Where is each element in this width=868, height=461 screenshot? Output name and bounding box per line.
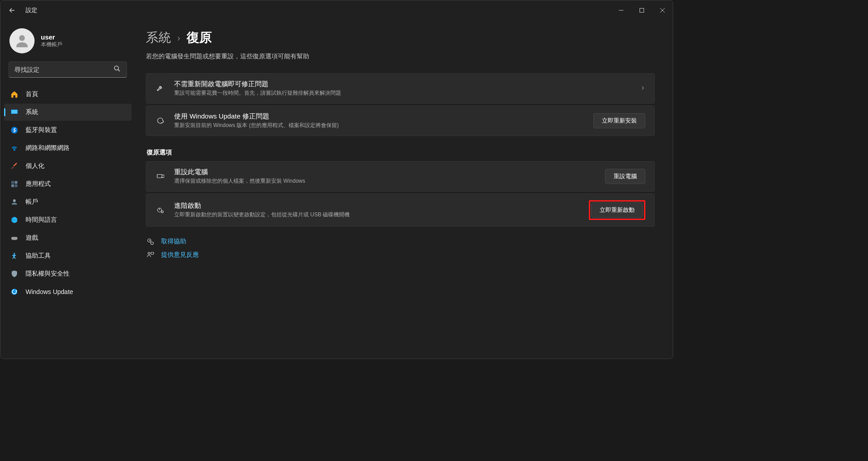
chevron-right-icon <box>640 85 645 92</box>
highlight-box: 立即重新啟動 <box>589 200 645 220</box>
back-button[interactable] <box>8 6 17 15</box>
nav-label: 時間與語言 <box>26 216 57 224</box>
section-recovery-options: 復原選項 <box>147 149 655 157</box>
network-icon <box>10 144 18 152</box>
card-desc: 立即重新啟動您的裝置以變更啟動設定，包括從光碟片或 USB 磁碟機開機 <box>174 211 580 219</box>
close-icon <box>660 8 665 13</box>
titlebar-left: 設定 <box>8 6 37 15</box>
card-title: 重設此電腦 <box>174 168 596 176</box>
user-name: user <box>41 33 62 41</box>
nav-item-network[interactable]: 網路和網際網路 <box>4 140 132 157</box>
accessibility-icon <box>10 252 18 260</box>
svg-rect-13 <box>15 184 18 187</box>
search-box[interactable] <box>9 61 127 78</box>
svg-point-5 <box>114 66 118 70</box>
card-text: 重設此電腦 選擇保留或移除您的個人檔案，然後重新安裝 Windows <box>174 168 596 185</box>
maximize-button[interactable] <box>631 3 652 18</box>
user-text: user 本機帳戶 <box>41 33 62 48</box>
svg-rect-11 <box>15 181 18 184</box>
nav-item-personalization[interactable]: 個人化 <box>4 158 132 175</box>
card-title: 進階啟動 <box>174 202 580 210</box>
person-icon <box>13 32 31 49</box>
feedback-link[interactable]: 提供意見反應 <box>161 251 199 259</box>
clock-globe-icon <box>10 216 18 224</box>
get-help-link[interactable]: 取得協助 <box>161 237 186 246</box>
nav: 首頁 系統 藍牙與裝置 網路和網際網路 個人化 <box>4 86 132 300</box>
update-icon <box>10 288 18 296</box>
svg-rect-8 <box>11 110 18 114</box>
card-text: 進階啟動 立即重新啟動您的裝置以變更啟動設定，包括從光碟片或 USB 磁碟機開機 <box>174 202 580 219</box>
sidebar: user 本機帳戶 首頁 系統 <box>0 20 135 359</box>
card-windows-update-fix: 使用 Windows Update 修正問題 重新安裝目前的 Windows 版… <box>146 105 655 136</box>
restart-now-button[interactable]: 立即重新啟動 <box>591 202 643 218</box>
nav-item-windows-update[interactable]: Windows Update <box>4 283 132 300</box>
svg-point-23 <box>148 252 150 255</box>
card-fix-without-restart[interactable]: 不需重新開啟電腦即可修正問題 重設可能需要花費一段時間。首先，請嘗試執行疑難排解… <box>146 73 655 104</box>
maximize-icon <box>639 8 644 13</box>
body-area: user 本機帳戶 首頁 系統 <box>0 20 673 359</box>
nav-item-system[interactable]: 系統 <box>4 104 132 121</box>
reinstall-now-button[interactable]: 立即重新安裝 <box>593 113 645 128</box>
nav-label: 藍牙與裝置 <box>26 126 57 134</box>
card-text: 不需重新開啟電腦即可修正問題 重設可能需要花費一段時間。首先，請嘗試執行疑難排解… <box>174 80 631 97</box>
close-button[interactable] <box>652 3 673 18</box>
user-block[interactable]: user 本機帳戶 <box>4 26 132 61</box>
reset-pc-button[interactable]: 重設電腦 <box>605 169 645 184</box>
nav-label: 首頁 <box>26 90 38 98</box>
breadcrumb-parent[interactable]: 系統 <box>146 29 171 46</box>
svg-point-16 <box>14 253 15 254</box>
nav-item-time-language[interactable]: 時間與語言 <box>4 211 132 228</box>
svg-rect-12 <box>11 184 14 187</box>
footer-help: 取得協助 <box>146 237 655 246</box>
svg-point-4 <box>19 35 25 41</box>
card-desc: 選擇保留或移除您的個人檔案，然後重新安裝 Windows <box>174 177 596 185</box>
shield-icon <box>10 270 18 278</box>
window-controls <box>611 3 673 18</box>
card-title: 不需重新開啟電腦即可修正問題 <box>174 80 631 88</box>
minimize-icon <box>618 8 624 13</box>
nav-item-privacy[interactable]: 隱私權與安全性 <box>4 265 132 282</box>
arrow-left-icon <box>8 6 16 14</box>
card-advanced-startup: 進階啟動 立即重新啟動您的裝置以變更啟動設定，包括從光碟片或 USB 磁碟機開機… <box>146 193 655 227</box>
svg-rect-10 <box>11 181 14 184</box>
nav-item-apps[interactable]: 應用程式 <box>4 176 132 193</box>
card-text: 使用 Windows Update 修正問題 重新安裝目前的 Windows 版… <box>174 112 584 129</box>
search-input[interactable] <box>14 66 113 73</box>
user-sub: 本機帳戶 <box>41 41 62 48</box>
nav-item-home[interactable]: 首頁 <box>4 86 132 103</box>
nav-label: 隱私權與安全性 <box>26 270 70 278</box>
nav-item-bluetooth[interactable]: 藍牙與裝置 <box>4 122 132 139</box>
settings-window: 設定 user 本機帳戶 <box>0 0 673 359</box>
main-content: 系統 › 復原 若您的電腦發生問題或想要重設，這些復原選項可能有幫助 不需重新開… <box>135 20 673 359</box>
nav-label: 個人化 <box>26 162 44 170</box>
card-desc: 重設可能需要花費一段時間。首先，請嘗試執行疑難排解員來解決問題 <box>174 89 631 97</box>
system-icon <box>10 108 18 116</box>
nav-item-accessibility[interactable]: 協助工具 <box>4 247 132 264</box>
nav-label: 網路和網際網路 <box>26 144 70 152</box>
card-desc: 重新安裝目前的 Windows 版本 (您的應用程式、檔案和設定將會保留) <box>174 122 584 129</box>
wrench-icon <box>155 84 165 92</box>
nav-label: 帳戶 <box>26 198 38 206</box>
svg-point-22 <box>151 242 153 245</box>
accounts-icon <box>10 198 18 206</box>
feedback-icon <box>146 251 155 259</box>
app-title: 設定 <box>26 6 37 14</box>
titlebar: 設定 <box>0 0 673 20</box>
nav-item-accounts[interactable]: 帳戶 <box>4 193 132 211</box>
gamepad-icon <box>10 234 18 242</box>
minimize-button[interactable] <box>611 3 631 18</box>
nav-label: 應用程式 <box>26 180 51 188</box>
help-icon <box>146 237 155 246</box>
breadcrumb: 系統 › 復原 <box>146 29 655 46</box>
card-reset-pc: 重設此電腦 選擇保留或移除您的個人檔案，然後重新安裝 Windows 重設電腦 <box>146 161 655 192</box>
apps-icon <box>10 180 18 188</box>
svg-point-21 <box>148 239 151 242</box>
bluetooth-icon <box>10 126 18 134</box>
nav-label: 遊戲 <box>26 234 38 242</box>
search-icon <box>113 65 121 75</box>
sync-icon <box>155 117 165 125</box>
nav-item-gaming[interactable]: 遊戲 <box>4 229 132 246</box>
footer-feedback: 提供意見反應 <box>146 251 655 259</box>
svg-line-6 <box>118 70 120 71</box>
svg-rect-24 <box>151 252 154 255</box>
